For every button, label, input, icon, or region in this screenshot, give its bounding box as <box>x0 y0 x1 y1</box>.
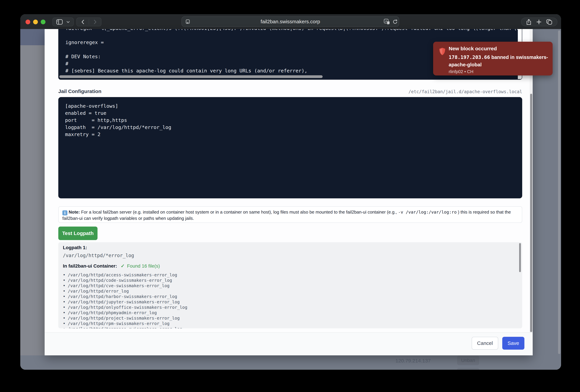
toast-middle: banned in <box>490 55 516 60</box>
edit-jail-modal: failregex = %(_apache_error_client)s (?:… <box>45 29 533 355</box>
note-box: i Note: For a local fail2ban server (e.g… <box>58 206 522 223</box>
chevron-down-icon[interactable] <box>66 21 70 23</box>
cancel-button[interactable]: Cancel <box>472 337 498 350</box>
shield-icon <box>439 47 446 56</box>
file-list: •/var/log/httpd/access-swissmakers-error… <box>63 272 509 328</box>
dimmed-sidebar <box>20 45 45 355</box>
logpath-value: /var/log/httpd/*error_log <box>63 253 134 258</box>
reload-icon[interactable] <box>392 19 398 25</box>
jail-config-path: /etc/fail2ban/jail.d/apache-overflows.lo… <box>58 89 522 94</box>
list-item: •/var/log/httpd/access-swissmakers-error… <box>63 272 509 278</box>
note-code: -v /var/log:/var/log:ro <box>398 210 457 214</box>
list-item: •/var/log/httpd/phpmyadmin-error_log <box>63 310 509 315</box>
check-icon: ✓ <box>121 263 125 269</box>
info-icon: i <box>62 210 67 215</box>
found-files-text: Found 16 file(s) <box>127 263 160 269</box>
container-label: In fail2ban-ui Container: <box>63 263 117 269</box>
editor-hscroll-thumb[interactable] <box>59 75 323 78</box>
sidebar-icon[interactable] <box>56 19 63 25</box>
dimmed-page-right <box>533 29 561 355</box>
toast-meta: rlinfp02 • CH <box>449 69 473 74</box>
divider <box>89 19 89 25</box>
nav-buttons-group <box>76 17 101 26</box>
list-item: •/var/log/httpd/cve-swissmakers-error_lo… <box>63 283 509 289</box>
toast-ip: 178.197.203.66 <box>449 54 490 60</box>
logpath-label: Logpath 1: <box>63 245 87 250</box>
sidebar-toggle-group <box>52 17 74 26</box>
translate-icon[interactable]: A <box>384 19 390 25</box>
list-item: •/var/log/httpd/onlyoffice-swissmakers-e… <box>63 305 509 310</box>
save-button[interactable]: Save <box>502 337 524 350</box>
address-bar[interactable]: fail2ban.swissmakers.corp A <box>181 16 399 27</box>
url-text[interactable]: fail2ban.swissmakers.corp <box>182 17 399 26</box>
modal-footer: Cancel Save <box>45 332 533 355</box>
unban-button-clipped[interactable]: Unban <box>457 368 479 370</box>
dimmed-sidebar-top <box>20 29 45 45</box>
dimmed-page-bottom: 120.79.214.137 Unban Unban <box>20 355 561 370</box>
banned-ip-text: 120.79.214.137 <box>396 358 431 364</box>
list-item: •/var/log/httpd/harbor-swissmakers-error… <box>63 294 509 299</box>
note-label: Note: <box>69 209 80 214</box>
back-button-icon[interactable] <box>81 19 85 25</box>
minimize-window-button[interactable] <box>33 20 38 24</box>
toast-title: New block occurred <box>449 46 497 51</box>
window-actions-group <box>521 17 557 26</box>
page-scrollbar[interactable] <box>558 30 560 354</box>
browser-window: fail2ban.swissmakers.corp A 120.79.214.1… <box>20 14 561 370</box>
test-logpath-button[interactable]: Test Logpath <box>58 227 98 240</box>
list-item: •/var/log/httpd/rpm-swissmakers-error_lo… <box>63 321 509 326</box>
container-result-line: In fail2ban-ui Container: ✓ Found 16 fil… <box>63 263 160 269</box>
list-item: •/var/log/httpd/error_log <box>63 289 509 294</box>
close-window-button[interactable] <box>25 20 30 24</box>
forward-button-icon[interactable] <box>93 19 97 25</box>
tab-overview-icon[interactable] <box>546 19 552 25</box>
results-scrollbar-thumb[interactable] <box>519 243 521 272</box>
note-text-1: For a local fail2ban server (e.g. instal… <box>80 209 398 214</box>
browser-toolbar: fail2ban.swissmakers.corp A <box>20 14 561 29</box>
svg-text:A: A <box>385 20 387 23</box>
list-item: •/var/log/httpd/project-swissmakers-erro… <box>63 315 509 321</box>
share-icon[interactable] <box>526 19 531 25</box>
logpath-results-panel: Logpath 1: /var/log/httpd/*error_log In … <box>58 242 522 328</box>
ban-toast-notification[interactable]: New block occurred 178.197.203.66 banned… <box>433 42 553 76</box>
modal-scrollbar-thumb[interactable] <box>530 94 532 332</box>
list-item: •/var/log/httpd/jupyter-swissmakers-erro… <box>63 299 509 305</box>
toast-message: 178.197.203.66 banned in swissmakers-apa… <box>449 54 548 68</box>
jail-config-editor[interactable]: [apache-overflows] enabled = true port =… <box>58 97 522 198</box>
new-tab-icon[interactable] <box>536 19 542 24</box>
page-icon <box>185 19 190 24</box>
unban-button[interactable]: Unban <box>457 356 479 365</box>
maximize-window-button[interactable] <box>41 20 45 24</box>
list-item: •/var/log/httpd/code-swissmakers-error_l… <box>63 278 509 283</box>
list-item-clipped: •/var/log/httpd/teampass-swissmakers-err… <box>63 326 509 328</box>
